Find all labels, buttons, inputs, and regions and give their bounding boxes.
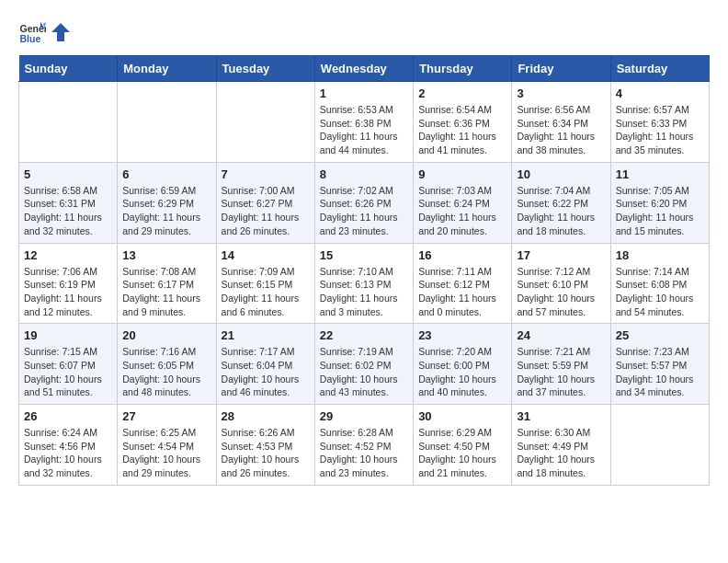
day-number: 16 [418, 248, 506, 262]
day-info: Sunrise: 7:02 AM Sunset: 6:26 PM Dayligh… [320, 184, 408, 238]
header-friday: Friday [512, 56, 610, 82]
day-info: Sunrise: 7:12 AM Sunset: 6:10 PM Dayligh… [517, 265, 605, 319]
calendar-cell: 15Sunrise: 7:10 AM Sunset: 6:13 PM Dayli… [314, 243, 413, 324]
day-number: 20 [122, 328, 210, 342]
calendar-cell: 21Sunrise: 7:17 AM Sunset: 6:04 PM Dayli… [216, 324, 314, 405]
day-number: 12 [24, 248, 112, 262]
day-number: 10 [517, 167, 605, 181]
day-info: Sunrise: 6:24 AM Sunset: 4:56 PM Dayligh… [24, 426, 112, 480]
day-info: Sunrise: 7:08 AM Sunset: 6:17 PM Dayligh… [122, 265, 210, 319]
calendar-header: SundayMondayTuesdayWednesdayThursdayFrid… [19, 56, 710, 82]
calendar-cell: 28Sunrise: 6:26 AM Sunset: 4:53 PM Dayli… [216, 405, 314, 486]
day-info: Sunrise: 7:09 AM Sunset: 6:15 PM Dayligh… [222, 265, 310, 319]
calendar-cell: 23Sunrise: 7:20 AM Sunset: 6:00 PM Dayli… [414, 324, 512, 405]
day-number: 9 [418, 167, 506, 181]
day-info: Sunrise: 7:17 AM Sunset: 6:04 PM Dayligh… [222, 345, 310, 399]
calendar-cell: 13Sunrise: 7:08 AM Sunset: 6:17 PM Dayli… [118, 243, 216, 324]
calendar-cell: 7Sunrise: 7:00 AM Sunset: 6:27 PM Daylig… [216, 162, 314, 243]
day-number: 17 [517, 248, 605, 262]
calendar-cell: 5Sunrise: 6:58 AM Sunset: 6:31 PM Daylig… [19, 162, 118, 243]
svg-marker-4 [51, 23, 70, 41]
day-info: Sunrise: 7:04 AM Sunset: 6:22 PM Dayligh… [517, 184, 605, 238]
calendar-week-3: 12Sunrise: 7:06 AM Sunset: 6:19 PM Dayli… [19, 243, 710, 324]
calendar-cell: 8Sunrise: 7:02 AM Sunset: 6:26 PM Daylig… [314, 162, 413, 243]
day-number: 5 [24, 167, 112, 181]
logo: General Blue [18, 18, 70, 46]
calendar-cell: 1Sunrise: 6:53 AM Sunset: 6:38 PM Daylig… [314, 82, 413, 163]
calendar-cell: 11Sunrise: 7:05 AM Sunset: 6:20 PM Dayli… [610, 162, 709, 243]
calendar-cell: 26Sunrise: 6:24 AM Sunset: 4:56 PM Dayli… [19, 405, 118, 486]
calendar-cell: 4Sunrise: 6:57 AM Sunset: 6:33 PM Daylig… [610, 82, 709, 163]
day-info: Sunrise: 6:59 AM Sunset: 6:29 PM Dayligh… [122, 184, 210, 238]
day-number: 14 [222, 248, 310, 262]
calendar-cell [216, 82, 314, 163]
calendar-cell: 10Sunrise: 7:04 AM Sunset: 6:22 PM Dayli… [512, 162, 610, 243]
header-wednesday: Wednesday [314, 56, 413, 82]
day-info: Sunrise: 7:21 AM Sunset: 5:59 PM Dayligh… [517, 345, 605, 399]
day-info: Sunrise: 6:57 AM Sunset: 6:33 PM Dayligh… [616, 103, 704, 157]
day-info: Sunrise: 7:15 AM Sunset: 6:07 PM Dayligh… [24, 345, 112, 399]
day-number: 15 [320, 248, 408, 262]
day-info: Sunrise: 7:10 AM Sunset: 6:13 PM Dayligh… [320, 265, 408, 319]
day-number: 23 [418, 328, 506, 342]
day-info: Sunrise: 6:54 AM Sunset: 6:36 PM Dayligh… [418, 103, 506, 157]
logo-icon: General Blue [18, 18, 46, 46]
header-thursday: Thursday [414, 56, 512, 82]
calendar-cell: 30Sunrise: 6:29 AM Sunset: 4:50 PM Dayli… [414, 405, 512, 486]
day-number: 3 [517, 86, 605, 100]
header-saturday: Saturday [610, 56, 709, 82]
day-number: 11 [616, 167, 704, 181]
calendar-week-1: 1Sunrise: 6:53 AM Sunset: 6:38 PM Daylig… [19, 82, 710, 163]
day-number: 1 [320, 86, 408, 100]
calendar-cell: 24Sunrise: 7:21 AM Sunset: 5:59 PM Dayli… [512, 324, 610, 405]
day-info: Sunrise: 6:30 AM Sunset: 4:49 PM Dayligh… [517, 426, 605, 480]
header-tuesday: Tuesday [216, 56, 314, 82]
day-info: Sunrise: 6:25 AM Sunset: 4:54 PM Dayligh… [122, 426, 210, 480]
day-number: 13 [122, 248, 210, 262]
calendar-cell: 18Sunrise: 7:14 AM Sunset: 6:08 PM Dayli… [610, 243, 709, 324]
day-info: Sunrise: 6:56 AM Sunset: 6:34 PM Dayligh… [517, 103, 605, 157]
day-info: Sunrise: 7:14 AM Sunset: 6:08 PM Dayligh… [616, 265, 704, 319]
day-number: 26 [24, 409, 112, 423]
day-info: Sunrise: 7:00 AM Sunset: 6:27 PM Dayligh… [222, 184, 310, 238]
day-info: Sunrise: 7:05 AM Sunset: 6:20 PM Dayligh… [616, 184, 704, 238]
day-number: 19 [24, 328, 112, 342]
calendar-cell [118, 82, 216, 163]
day-info: Sunrise: 7:20 AM Sunset: 6:00 PM Dayligh… [418, 345, 506, 399]
calendar-cell: 14Sunrise: 7:09 AM Sunset: 6:15 PM Dayli… [216, 243, 314, 324]
day-info: Sunrise: 7:03 AM Sunset: 6:24 PM Dayligh… [418, 184, 506, 238]
calendar-cell: 25Sunrise: 7:23 AM Sunset: 5:57 PM Dayli… [610, 324, 709, 405]
calendar-cell [19, 82, 118, 163]
calendar-cell: 16Sunrise: 7:11 AM Sunset: 6:12 PM Dayli… [414, 243, 512, 324]
day-number: 31 [517, 409, 605, 423]
calendar-cell: 19Sunrise: 7:15 AM Sunset: 6:07 PM Dayli… [19, 324, 118, 405]
day-number: 18 [616, 248, 704, 262]
calendar-cell: 9Sunrise: 7:03 AM Sunset: 6:24 PM Daylig… [414, 162, 512, 243]
calendar-cell: 17Sunrise: 7:12 AM Sunset: 6:10 PM Dayli… [512, 243, 610, 324]
calendar-cell [610, 405, 709, 486]
calendar-cell: 12Sunrise: 7:06 AM Sunset: 6:19 PM Dayli… [19, 243, 118, 324]
day-info: Sunrise: 7:23 AM Sunset: 5:57 PM Dayligh… [616, 345, 704, 399]
day-number: 6 [122, 167, 210, 181]
svg-text:Blue: Blue [20, 33, 41, 44]
day-number: 4 [616, 86, 704, 100]
day-info: Sunrise: 7:16 AM Sunset: 6:05 PM Dayligh… [122, 345, 210, 399]
calendar-cell: 27Sunrise: 6:25 AM Sunset: 4:54 PM Dayli… [118, 405, 216, 486]
calendar-cell: 29Sunrise: 6:28 AM Sunset: 4:52 PM Dayli… [314, 405, 413, 486]
page-header: General Blue [18, 18, 710, 46]
day-number: 24 [517, 328, 605, 342]
header-monday: Monday [118, 56, 216, 82]
day-number: 22 [320, 328, 408, 342]
day-info: Sunrise: 6:29 AM Sunset: 4:50 PM Dayligh… [418, 426, 506, 480]
day-number: 30 [418, 409, 506, 423]
day-number: 28 [222, 409, 310, 423]
day-info: Sunrise: 7:19 AM Sunset: 6:02 PM Dayligh… [320, 345, 408, 399]
day-number: 27 [122, 409, 210, 423]
day-info: Sunrise: 6:58 AM Sunset: 6:31 PM Dayligh… [24, 184, 112, 238]
day-info: Sunrise: 7:06 AM Sunset: 6:19 PM Dayligh… [24, 265, 112, 319]
calendar-cell: 22Sunrise: 7:19 AM Sunset: 6:02 PM Dayli… [314, 324, 413, 405]
calendar-cell: 20Sunrise: 7:16 AM Sunset: 6:05 PM Dayli… [118, 324, 216, 405]
calendar-table: SundayMondayTuesdayWednesdayThursdayFrid… [18, 55, 710, 486]
calendar-cell: 3Sunrise: 6:56 AM Sunset: 6:34 PM Daylig… [512, 82, 610, 163]
day-info: Sunrise: 6:28 AM Sunset: 4:52 PM Dayligh… [320, 426, 408, 480]
